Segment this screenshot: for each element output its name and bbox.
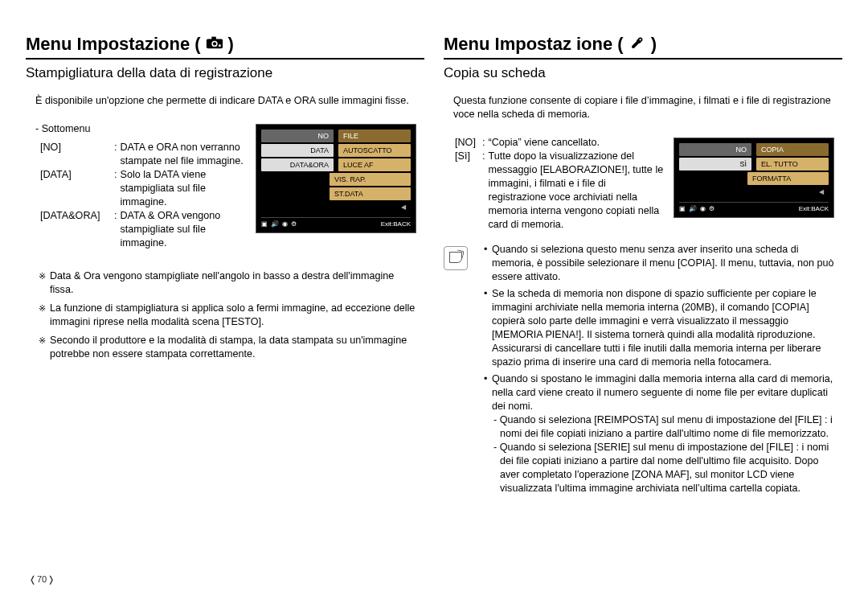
right-column: Menu Impostaz ione ( ) Copia su scheda Q… <box>444 32 842 499</box>
svg-point-3 <box>213 42 216 45</box>
dash-item: - Quando si seleziona [REIMPOSTA] sul me… <box>492 413 834 441</box>
left-notes: Data & Ora vengono stampigliate nell'ang… <box>39 269 416 361</box>
lcd-right-item: COPIA <box>756 143 829 156</box>
lcd-right-item: VIS. RAP. <box>330 173 411 186</box>
lcd-left-item: DATA <box>261 144 334 157</box>
def-key: [Sì] <box>455 150 482 232</box>
right-intro: Questa funzione consente di copiare i fi… <box>453 94 833 121</box>
lcd-right-item: EL. TUTTO <box>756 158 829 171</box>
lcd-arrow: ◀ <box>331 202 411 214</box>
def-val: “Copia” viene cancellato. <box>489 136 665 150</box>
tool-icon <box>628 32 646 56</box>
bullet-item: Quando si seleziona questo menu senza av… <box>484 243 834 284</box>
right-subheading: Copia su scheda <box>444 64 842 83</box>
left-heading-text: Menu Impostazione ( <box>26 32 201 56</box>
right-lcd: NO COPIA SÌ EL. TUTTO FORMATTA ◀ ▣🔊◉⚙ Ex… <box>674 138 834 218</box>
right-bullets: Quando si seleziona questo menu senza av… <box>484 243 842 495</box>
note-item: Secondo il produttore e la modalità di s… <box>39 334 416 361</box>
lcd-right-item: FORMATTA <box>747 172 829 185</box>
lcd-left-item: NO <box>261 129 334 142</box>
def-key: [DATA&ORA] <box>40 209 114 250</box>
lcd-left-item: SÌ <box>679 158 751 171</box>
lcd-left-item: DATA&ORA <box>261 158 334 171</box>
bullet-text: Quando si spostano le immagini dalla mem… <box>492 373 833 412</box>
lcd-footer-text: Exit:BACK <box>381 220 411 229</box>
lcd-footer-text: Exit:BACK <box>799 205 829 214</box>
lcd-left-item: NO <box>679 143 751 156</box>
dash-item: - Quando si seleziona [SERIE] sul menu d… <box>492 441 834 495</box>
lcd-footer-icons: ▣🔊◉⚙ <box>261 220 300 229</box>
def-val: Solo la DATA viene stampigliata sul file… <box>121 168 247 209</box>
bullet-item: Se la scheda di memoria non dispone di s… <box>484 287 834 369</box>
lcd-right-item: AUTOSCATTO <box>338 144 411 157</box>
lcd-footer-icons: ▣🔊◉⚙ <box>679 205 718 214</box>
svg-point-6 <box>639 39 641 40</box>
lcd-right-item: ST.DATA <box>330 187 411 200</box>
note-icon <box>444 246 468 270</box>
right-heading: Menu Impostaz ione ( ) <box>444 32 842 60</box>
note-item: La funzione di stampigliatura si applica… <box>39 302 416 329</box>
info-block: Quando si seleziona questo menu senza av… <box>444 243 842 495</box>
bullet-item: Quando si spostano le immagini dalla mem… <box>484 372 834 495</box>
note-item: Data & Ora vengono stampigliate nell'ang… <box>39 269 416 297</box>
left-subheading: Stampigliatura della data di registrazio… <box>26 64 424 83</box>
def-key: [NO] <box>40 141 114 168</box>
left-lcd: NO FILE DATA AUTOSCATTO DATA&ORA LUCE AF… <box>256 124 416 233</box>
lcd-right-item: LUCE AF <box>338 158 411 171</box>
def-key: [NO] <box>455 136 482 150</box>
right-heading-text: Menu Impostaz ione ( <box>444 32 624 56</box>
svg-rect-1 <box>211 37 216 40</box>
def-val: DATA & ORA vengono stampigliate sul file… <box>121 209 247 250</box>
left-heading: Menu Impostazione ( ) <box>26 32 424 60</box>
camera-icon <box>206 32 223 56</box>
def-val: DATA e ORA non verranno stampate nel fil… <box>121 141 247 168</box>
right-heading-close: ) <box>651 32 657 56</box>
def-val: Tutte dopo la visualizzazione del messag… <box>489 150 665 232</box>
page-number: 70 <box>29 573 55 586</box>
left-column: Menu Impostazione ( ) Stampigliatura del… <box>26 32 424 499</box>
lcd-arrow: ◀ <box>749 187 829 199</box>
svg-point-4 <box>219 44 221 47</box>
left-intro: È disponibile un'opzione che permette di… <box>35 94 415 108</box>
def-key: [DATA] <box>40 168 114 209</box>
left-heading-close: ) <box>228 32 234 56</box>
lcd-right-item: FILE <box>338 129 411 142</box>
